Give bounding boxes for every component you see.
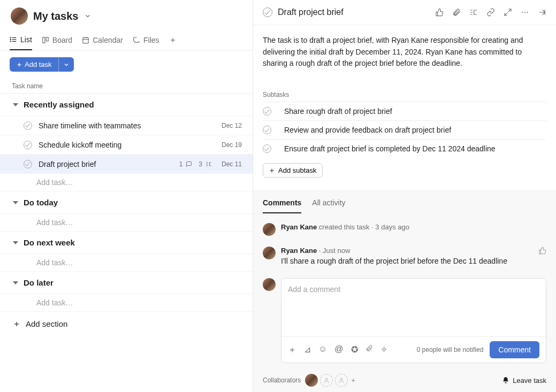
format-icon[interactable]: ⊿	[304, 344, 311, 356]
add-section-label: Add section	[26, 319, 67, 328]
svg-rect-8	[83, 37, 89, 43]
subtask-row[interactable]: Ensure draft project brief is completed …	[263, 139, 546, 158]
collaborators-label: Collaborators	[263, 376, 301, 384]
attachment-icon[interactable]	[365, 344, 373, 356]
add-task-inline[interactable]: Add task…	[0, 213, 253, 232]
comment-body: I'll share a rough draft of the project …	[281, 257, 533, 265]
section-title: Do next week	[24, 238, 75, 247]
complete-checkbox[interactable]	[24, 121, 32, 130]
more-icon[interactable]	[521, 8, 529, 17]
complete-checkbox[interactable]	[263, 7, 272, 17]
section-do-today: Do today Add task…	[0, 191, 253, 232]
section-title: Recently assigned	[24, 100, 94, 109]
section-head-recently[interactable]: Recently assigned	[0, 94, 253, 116]
complete-checkbox[interactable]	[24, 160, 32, 168]
add-collaborator-button[interactable]: ＋	[350, 376, 356, 385]
subtask-count: 3	[199, 160, 202, 168]
section-head-today[interactable]: Do today	[0, 191, 253, 213]
svg-point-19	[524, 12, 525, 13]
activity-item: Ryan Kane · Just now I'll share a rough …	[263, 241, 546, 271]
emoji-icon[interactable]: ☺	[318, 344, 327, 356]
add-task-dropdown[interactable]	[58, 57, 74, 72]
like-icon[interactable]	[435, 8, 444, 17]
like-icon[interactable]	[538, 247, 546, 255]
sparkle-icon[interactable]: ✧	[380, 344, 387, 356]
tab-add[interactable]	[169, 33, 177, 49]
activity-list: Ryan Kane created this task · 3 days ago…	[253, 213, 556, 275]
task-row[interactable]: Schedule kickoff meeting Dec 19	[0, 135, 253, 154]
tab-all-activity[interactable]: All activity	[312, 198, 345, 213]
task-row[interactable]: Share timeline with teammates Dec 12	[0, 116, 253, 135]
add-task-inline[interactable]: Add task…	[0, 294, 253, 312]
add-section-button[interactable]: Add section	[0, 312, 253, 336]
tab-calendar[interactable]: Calendar	[82, 33, 123, 50]
view-tabs: List Board Calendar Files	[0, 32, 253, 51]
avatar[interactable]	[305, 374, 318, 387]
section-recently-assigned: Recently assigned Share timeline with te…	[0, 94, 253, 191]
leave-task-button[interactable]: Leave task	[502, 376, 546, 385]
comment-count: 1	[179, 160, 183, 168]
left-panel: My tasks List Board Calendar Files	[0, 0, 253, 392]
complete-checkbox[interactable]	[24, 141, 32, 149]
section-do-next-week: Do next week Add task…	[0, 232, 253, 272]
chevron-down-icon[interactable]	[84, 12, 92, 20]
caret-down-icon	[13, 201, 18, 204]
section-head-next[interactable]: Do next week	[0, 232, 253, 253]
activity-time: Just now	[323, 247, 350, 255]
task-row-selected[interactable]: Draft project brief 1 3 Dec 11	[0, 154, 253, 173]
activity-text: Ryan Kane created this task · 3 days ago	[281, 223, 546, 231]
subtask-name: Ensure draft project brief is completed …	[284, 144, 496, 153]
subtask-row[interactable]: Review and provide feedback on draft pro…	[263, 120, 546, 139]
tab-list[interactable]: List	[10, 32, 32, 50]
expand-icon[interactable]	[504, 8, 512, 17]
add-task-inline[interactable]: Add task…	[0, 253, 253, 272]
mention-icon[interactable]: @	[334, 344, 343, 356]
task-date: Dec 12	[216, 122, 242, 129]
add-task-inline[interactable]: Add task…	[0, 173, 253, 191]
avatar[interactable]	[263, 223, 276, 236]
task-name: Draft project brief	[39, 160, 179, 168]
tab-comments[interactable]: Comments	[263, 198, 301, 213]
avatar[interactable]	[263, 247, 276, 259]
plus-icon[interactable]: ＋	[288, 344, 296, 356]
tab-board-label: Board	[52, 36, 72, 44]
tab-calendar-label: Calendar	[93, 36, 123, 44]
svg-point-4	[10, 39, 11, 40]
attachment-icon[interactable]	[452, 8, 461, 17]
task-detail-panel: Draft project brief The task is to draft…	[253, 0, 556, 392]
add-task-label: Add task	[25, 60, 52, 68]
task-date: Dec 11	[216, 160, 242, 168]
add-collaborator-placeholder[interactable]	[335, 374, 348, 387]
title-row: My tasks	[11, 7, 243, 25]
composer-toolbar: ＋ ⊿ ☺ @ ✪ ✧ 0 people will be notified Co…	[281, 336, 546, 363]
svg-point-24	[340, 378, 342, 380]
avatar[interactable]	[11, 7, 28, 25]
column-header: Task name	[0, 79, 253, 94]
svg-rect-6	[43, 37, 45, 43]
subtask-row[interactable]: Share rough draft of project brief	[263, 102, 546, 120]
avatar[interactable]	[263, 278, 276, 291]
close-panel-icon[interactable]	[538, 8, 546, 17]
subtask-icon[interactable]	[469, 8, 478, 17]
complete-checkbox[interactable]	[263, 107, 271, 116]
task-description[interactable]: The task is to draft a project brief, wi…	[263, 35, 546, 70]
section-head-later[interactable]: Do later	[0, 272, 253, 294]
svg-rect-7	[46, 37, 48, 41]
add-collaborator-placeholder[interactable]	[320, 374, 333, 387]
link-icon[interactable]	[486, 8, 495, 17]
task-name: Share timeline with teammates	[39, 121, 212, 130]
tab-board[interactable]: Board	[42, 33, 72, 50]
complete-checkbox[interactable]	[263, 126, 271, 134]
collaborator-avatars: ＋	[305, 374, 356, 387]
comment-input[interactable]	[281, 279, 546, 334]
complete-checkbox[interactable]	[263, 144, 271, 153]
tab-files[interactable]: Files	[133, 33, 159, 50]
comment-input-wrapper: ＋ ⊿ ☺ @ ✪ ✧ 0 people will be notified Co…	[281, 278, 546, 363]
add-subtask-button[interactable]: Add subtask	[263, 163, 323, 178]
star-icon[interactable]: ✪	[351, 344, 358, 356]
add-task-button[interactable]: Add task	[10, 57, 58, 72]
comment-composer: ＋ ⊿ ☺ @ ✪ ✧ 0 people will be notified Co…	[253, 275, 556, 368]
subtasks-section: Subtasks Share rough draft of project br…	[263, 91, 546, 178]
caret-down-icon	[13, 281, 18, 285]
comment-button[interactable]: Comment	[490, 341, 539, 358]
